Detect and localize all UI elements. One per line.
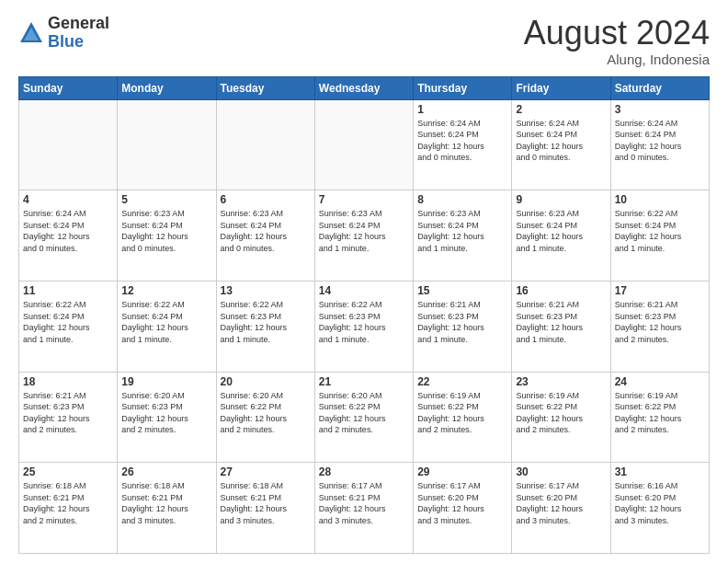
day-cell: 2Sunrise: 6:24 AM Sunset: 6:24 PM Daylig… — [512, 99, 610, 190]
day-cell: 20Sunrise: 6:20 AM Sunset: 6:22 PM Dayli… — [216, 372, 314, 463]
day-info: Sunrise: 6:17 AM Sunset: 6:20 PM Dayligh… — [516, 480, 606, 526]
weekday-header-friday: Friday — [512, 76, 610, 99]
day-info: Sunrise: 6:17 AM Sunset: 6:20 PM Dayligh… — [417, 480, 507, 526]
day-number: 19 — [121, 375, 211, 388]
day-number: 12 — [121, 284, 211, 297]
day-info: Sunrise: 6:18 AM Sunset: 6:21 PM Dayligh… — [23, 480, 113, 526]
day-info: Sunrise: 6:22 AM Sunset: 6:23 PM Dayligh… — [221, 299, 311, 345]
day-number: 3 — [615, 103, 705, 116]
day-info: Sunrise: 6:23 AM Sunset: 6:24 PM Dayligh… — [121, 208, 211, 254]
logo-text: General Blue — [48, 15, 109, 52]
day-cell: 16Sunrise: 6:21 AM Sunset: 6:23 PM Dayli… — [512, 281, 610, 372]
day-cell: 23Sunrise: 6:19 AM Sunset: 6:22 PM Dayli… — [512, 372, 610, 463]
weekday-header-tuesday: Tuesday — [216, 76, 314, 99]
day-number: 18 — [23, 375, 113, 388]
day-cell: 21Sunrise: 6:20 AM Sunset: 6:22 PM Dayli… — [314, 372, 413, 463]
day-info: Sunrise: 6:19 AM Sunset: 6:22 PM Dayligh… — [516, 390, 606, 436]
day-number: 8 — [417, 193, 507, 206]
day-number: 6 — [221, 193, 311, 206]
day-cell: 24Sunrise: 6:19 AM Sunset: 6:22 PM Dayli… — [610, 372, 709, 463]
day-number: 17 — [615, 284, 705, 297]
day-cell — [118, 99, 216, 190]
logo-icon — [18, 20, 44, 46]
day-info: Sunrise: 6:23 AM Sunset: 6:24 PM Dayligh… — [319, 208, 409, 254]
day-info: Sunrise: 6:21 AM Sunset: 6:23 PM Dayligh… — [417, 299, 507, 345]
day-info: Sunrise: 6:21 AM Sunset: 6:23 PM Dayligh… — [615, 299, 705, 345]
header: General Blue August 2024 Alung, Indonesi… — [18, 15, 710, 67]
day-number: 13 — [221, 284, 311, 297]
day-number: 10 — [615, 193, 705, 206]
day-cell: 26Sunrise: 6:18 AM Sunset: 6:21 PM Dayli… — [118, 463, 216, 554]
day-info: Sunrise: 6:20 AM Sunset: 6:23 PM Dayligh… — [121, 390, 211, 436]
day-info: Sunrise: 6:19 AM Sunset: 6:22 PM Dayligh… — [417, 390, 507, 436]
day-number: 23 — [516, 375, 606, 388]
day-cell: 27Sunrise: 6:18 AM Sunset: 6:21 PM Dayli… — [216, 463, 314, 554]
day-number: 25 — [23, 465, 113, 478]
day-cell: 15Sunrise: 6:21 AM Sunset: 6:23 PM Dayli… — [414, 281, 512, 372]
calendar: SundayMondayTuesdayWednesdayThursdayFrid… — [18, 76, 710, 554]
day-number: 26 — [121, 465, 211, 478]
day-number: 22 — [417, 375, 507, 388]
week-row-4: 18Sunrise: 6:21 AM Sunset: 6:23 PM Dayli… — [19, 372, 710, 463]
day-info: Sunrise: 6:23 AM Sunset: 6:24 PM Dayligh… — [221, 208, 311, 254]
day-cell: 29Sunrise: 6:17 AM Sunset: 6:20 PM Dayli… — [414, 463, 512, 554]
day-number: 29 — [417, 465, 507, 478]
day-info: Sunrise: 6:23 AM Sunset: 6:24 PM Dayligh… — [417, 208, 507, 254]
weekday-header-row: SundayMondayTuesdayWednesdayThursdayFrid… — [19, 76, 710, 99]
day-cell: 10Sunrise: 6:22 AM Sunset: 6:24 PM Dayli… — [610, 190, 709, 282]
day-cell — [19, 99, 118, 190]
week-row-2: 4Sunrise: 6:24 AM Sunset: 6:24 PM Daylig… — [19, 190, 710, 282]
week-row-3: 11Sunrise: 6:22 AM Sunset: 6:24 PM Dayli… — [19, 281, 710, 372]
weekday-header-monday: Monday — [118, 76, 216, 99]
weekday-header-thursday: Thursday — [414, 76, 512, 99]
day-cell: 6Sunrise: 6:23 AM Sunset: 6:24 PM Daylig… — [216, 190, 314, 282]
day-number: 7 — [319, 193, 409, 206]
day-cell: 11Sunrise: 6:22 AM Sunset: 6:24 PM Dayli… — [19, 281, 118, 372]
week-row-5: 25Sunrise: 6:18 AM Sunset: 6:21 PM Dayli… — [19, 463, 710, 554]
day-cell — [314, 99, 413, 190]
day-number: 16 — [516, 284, 606, 297]
day-info: Sunrise: 6:24 AM Sunset: 6:24 PM Dayligh… — [615, 118, 705, 164]
day-number: 24 — [615, 375, 705, 388]
month-title: August 2024 — [524, 15, 710, 52]
day-number: 2 — [516, 103, 606, 116]
day-info: Sunrise: 6:22 AM Sunset: 6:24 PM Dayligh… — [615, 208, 705, 254]
day-info: Sunrise: 6:20 AM Sunset: 6:22 PM Dayligh… — [319, 390, 409, 436]
day-cell: 1Sunrise: 6:24 AM Sunset: 6:24 PM Daylig… — [414, 99, 512, 190]
day-info: Sunrise: 6:24 AM Sunset: 6:24 PM Dayligh… — [516, 118, 606, 164]
day-number: 4 — [23, 193, 113, 206]
day-cell: 5Sunrise: 6:23 AM Sunset: 6:24 PM Daylig… — [118, 190, 216, 282]
logo-general: General — [48, 14, 109, 32]
day-cell: 12Sunrise: 6:22 AM Sunset: 6:24 PM Dayli… — [118, 281, 216, 372]
day-cell: 30Sunrise: 6:17 AM Sunset: 6:20 PM Dayli… — [512, 463, 610, 554]
day-info: Sunrise: 6:24 AM Sunset: 6:24 PM Dayligh… — [23, 208, 113, 254]
day-cell: 17Sunrise: 6:21 AM Sunset: 6:23 PM Dayli… — [610, 281, 709, 372]
logo-blue: Blue — [48, 32, 84, 51]
location: Alung, Indonesia — [524, 52, 710, 67]
weekday-header-wednesday: Wednesday — [314, 76, 413, 99]
day-number: 14 — [319, 284, 409, 297]
day-cell: 7Sunrise: 6:23 AM Sunset: 6:24 PM Daylig… — [314, 190, 413, 282]
day-number: 28 — [319, 465, 409, 478]
day-info: Sunrise: 6:24 AM Sunset: 6:24 PM Dayligh… — [417, 118, 507, 164]
day-cell: 9Sunrise: 6:23 AM Sunset: 6:24 PM Daylig… — [512, 190, 610, 282]
day-info: Sunrise: 6:18 AM Sunset: 6:21 PM Dayligh… — [221, 480, 311, 526]
day-info: Sunrise: 6:18 AM Sunset: 6:21 PM Dayligh… — [121, 480, 211, 526]
day-info: Sunrise: 6:23 AM Sunset: 6:24 PM Dayligh… — [516, 208, 606, 254]
day-info: Sunrise: 6:19 AM Sunset: 6:22 PM Dayligh… — [615, 390, 705, 436]
day-cell — [216, 99, 314, 190]
day-cell: 19Sunrise: 6:20 AM Sunset: 6:23 PM Dayli… — [118, 372, 216, 463]
weekday-header-sunday: Sunday — [19, 76, 118, 99]
day-cell: 14Sunrise: 6:22 AM Sunset: 6:23 PM Dayli… — [314, 281, 413, 372]
logo: General Blue — [18, 15, 109, 52]
day-info: Sunrise: 6:22 AM Sunset: 6:23 PM Dayligh… — [319, 299, 409, 345]
week-row-1: 1Sunrise: 6:24 AM Sunset: 6:24 PM Daylig… — [19, 99, 710, 190]
title-block: August 2024 Alung, Indonesia — [524, 15, 710, 67]
day-number: 15 — [417, 284, 507, 297]
day-cell: 28Sunrise: 6:17 AM Sunset: 6:21 PM Dayli… — [314, 463, 413, 554]
day-info: Sunrise: 6:17 AM Sunset: 6:21 PM Dayligh… — [319, 480, 409, 526]
day-number: 27 — [221, 465, 311, 478]
day-number: 30 — [516, 465, 606, 478]
day-cell: 3Sunrise: 6:24 AM Sunset: 6:24 PM Daylig… — [610, 99, 709, 190]
day-number: 20 — [221, 375, 311, 388]
